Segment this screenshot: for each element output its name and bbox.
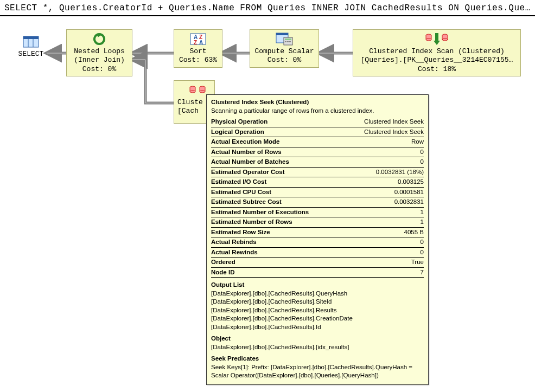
tooltip-row-value: Clustered Index Seek [343, 127, 424, 137]
tooltip-row-key: Estimated Row Size [211, 227, 343, 237]
sql-query-text: SELECT *, Queries.CreatorId + Queries.Na… [0, 0, 535, 16]
compute-scalar-icon [275, 32, 294, 46]
node-compute-l1: Compute Scalar [253, 47, 315, 56]
tooltip-row-value: 1 [343, 207, 424, 217]
node-select[interactable]: SELECT [14, 33, 48, 61]
tooltip-row: Node ID7 [211, 267, 424, 278]
tooltip-row-value: 0.0032831 (18%) [343, 167, 424, 177]
tooltip-row-key: Estimated I/O Cost [211, 177, 343, 188]
tooltip-row-key: Node ID [211, 267, 343, 278]
tooltip-properties-table: Physical OperationClustered Index SeekLo… [211, 117, 424, 278]
svg-rect-12 [190, 34, 206, 44]
tooltip-row: Estimated CPU Cost0.0001581 [211, 187, 424, 197]
tooltip-row-key: Actual Number of Batches [211, 157, 343, 168]
node-compute-cost: Cost: 0% [253, 56, 315, 65]
node-nested-loops[interactable]: Nested Loops (Inner Join) Cost: 0% [66, 29, 132, 76]
tooltip-section-body: Seek Keys[1]: Prefix: [DataExplorer].[db… [211, 363, 424, 380]
tooltip-row-key: Physical Operation [211, 117, 343, 127]
tooltip-title: Clustered Index Seek (Clustered) [211, 98, 424, 107]
tooltip-row-key: Estimated Subtree Cost [211, 197, 343, 208]
nested-loops-icon [90, 32, 109, 46]
svg-rect-18 [276, 33, 288, 35]
tooltip-row-value: 7 [343, 267, 424, 278]
tooltip-row: Actual Rewinds0 [211, 247, 424, 258]
svg-rect-23 [289, 41, 291, 42]
tooltip-section-head: Seek Predicates [211, 355, 424, 363]
svg-rect-20 [285, 38, 291, 40]
svg-point-41 [200, 91, 205, 93]
tooltip-row: Estimated Operator Cost0.0032831 (18%) [211, 167, 424, 177]
svg-rect-22 [287, 41, 289, 42]
tooltip-row: Estimated Number of Executions1 [211, 207, 424, 217]
tooltip-row-value: 0 [343, 147, 424, 157]
sort-icon: AZZA [189, 32, 207, 46]
node-sort-l1: Sort [177, 47, 219, 56]
tooltip-row-key: Actual Rebinds [211, 237, 343, 248]
tooltip-row: OrderedTrue [211, 258, 424, 268]
select-icon [22, 35, 40, 49]
tooltip-row: Logical OperationClustered Index Seek [211, 127, 424, 137]
node-sort[interactable]: AZZA Sort Cost: 63% [174, 29, 222, 68]
tooltip-row: Estimated I/O Cost0.003125 [211, 177, 424, 188]
tooltip-row: Actual Number of Batches0 [211, 157, 424, 168]
node-nested-l1: Nested Loops [70, 47, 129, 56]
tooltip-row: Physical OperationClustered Index Seek [211, 117, 424, 127]
node-nested-cost: Cost: 0% [70, 65, 129, 74]
tooltip-row-value: 0.0032831 [343, 197, 424, 208]
svg-text:Z: Z [194, 40, 197, 46]
tooltip-row-value: Clustered Index Seek [343, 117, 424, 127]
tooltip-row-value: Row [343, 137, 424, 147]
node-scan-cost: Cost: 18% [356, 65, 517, 74]
tooltip-description: Scanning a particular range of rows from… [211, 107, 424, 115]
node-nested-l2: (Inner Join) [70, 56, 129, 65]
tooltip-row-value: 1 [343, 217, 424, 228]
tooltip-section-head: Object [211, 335, 424, 343]
tooltip-row-key: Ordered [211, 258, 343, 268]
svg-rect-21 [285, 41, 286, 42]
tooltip-row-value: 4055 B [343, 227, 424, 237]
tooltip-row-value: 0 [343, 247, 424, 258]
tooltip-row: Actual Execution ModeRow [211, 137, 424, 147]
tooltip-row: Estimated Number of Rows1 [211, 217, 424, 228]
svg-point-26 [426, 38, 431, 41]
tooltip-row-key: Estimated Operator Cost [211, 167, 343, 177]
svg-text:A: A [199, 40, 203, 46]
tooltip-row: Estimated Row Size4055 B [211, 227, 424, 237]
tooltip-row-key: Actual Number of Rows [211, 147, 343, 157]
tooltip-section-head: Output List [211, 281, 424, 290]
node-scan-l2: [Queries].[PK__Queries__3214EC07155… [356, 56, 517, 65]
tooltip-row-value: 0.003125 [343, 177, 424, 188]
tooltip-row-key: Estimated Number of Rows [211, 217, 343, 228]
node-index-scan[interactable]: Clustered Index Scan (Clustered) [Querie… [353, 29, 521, 76]
tooltip-row-value: 0 [343, 157, 424, 168]
svg-rect-9 [23, 36, 39, 39]
tooltip-row-key: Actual Execution Mode [211, 137, 343, 147]
node-tooltip: Clustered Index Seek (Clustered) Scannin… [206, 94, 429, 385]
tooltip-row-value: 0.0001581 [343, 187, 424, 197]
tooltip-row-key: Estimated CPU Cost [211, 187, 343, 197]
tooltip-row: Actual Rebinds0 [211, 237, 424, 248]
tooltip-row-key: Logical Operation [211, 127, 343, 137]
tooltip-row-value: 0 [343, 237, 424, 248]
execution-plan-canvas: SELECT Nested Loops (Inner Join) Cost: 0… [0, 16, 535, 392]
tooltip-row-key: Estimated Number of Executions [211, 207, 343, 217]
node-scan-l1: Clustered Index Scan (Clustered) [356, 47, 517, 56]
tooltip-section-body: [DataExplorer].[dbo].[CachedResults].Que… [211, 290, 424, 332]
svg-point-31 [442, 38, 448, 41]
svg-point-36 [190, 91, 195, 93]
node-sort-cost: Cost: 63% [177, 56, 219, 65]
tooltip-row: Actual Number of Rows0 [211, 147, 424, 157]
node-compute-scalar[interactable]: Compute Scalar Cost: 0% [250, 29, 319, 68]
node-select-label: SELECT [17, 50, 44, 59]
tooltip-row-value: True [343, 258, 424, 268]
tooltip-section-body: [DataExplorer].[dbo].[CachedResults].[id… [211, 343, 424, 352]
index-scan-icon [424, 32, 449, 46]
tooltip-row: Estimated Subtree Cost0.0032831 [211, 197, 424, 208]
tooltip-row-key: Actual Rewinds [211, 247, 343, 258]
